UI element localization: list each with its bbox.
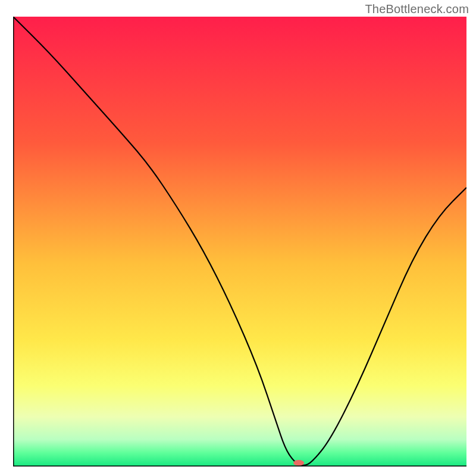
watermark-text: TheBottleneck.com bbox=[365, 2, 469, 16]
heatmap-background bbox=[13, 17, 466, 466]
optimal-point-marker bbox=[293, 460, 304, 466]
chart-container: TheBottleneck.com bbox=[0, 0, 476, 476]
bottleneck-chart bbox=[13, 17, 466, 466]
plot-area bbox=[13, 17, 466, 466]
